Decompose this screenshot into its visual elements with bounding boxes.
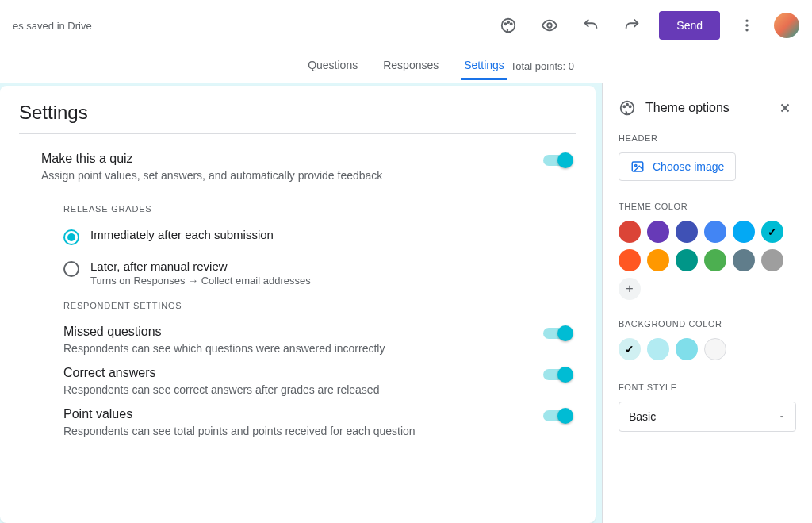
svg-point-6 bbox=[745, 24, 748, 26]
theme-color-swatch[interactable] bbox=[704, 249, 726, 271]
font-select[interactable]: Basic bbox=[619, 402, 796, 432]
svg-point-5 bbox=[745, 20, 748, 22]
bg-color-swatch[interactable] bbox=[647, 338, 669, 360]
redo-icon[interactable] bbox=[618, 11, 646, 40]
correct-sub: Respondents can see correct answers afte… bbox=[63, 383, 379, 396]
font-style-label: FONT STYLE bbox=[619, 383, 796, 392]
send-button[interactable]: Send bbox=[659, 11, 720, 40]
theme-color-swatch[interactable] bbox=[733, 249, 755, 271]
svg-point-4 bbox=[548, 23, 553, 28]
theme-color-swatch[interactable] bbox=[619, 249, 641, 271]
choose-image-label: Choose image bbox=[653, 160, 724, 173]
avatar[interactable] bbox=[774, 13, 799, 38]
quiz-toggle[interactable] bbox=[543, 155, 572, 166]
svg-point-9 bbox=[623, 106, 625, 107]
respondent-settings-label: RESPONDENT SETTINGS bbox=[63, 301, 576, 310]
tab-responses[interactable]: Responses bbox=[380, 52, 442, 80]
undo-icon[interactable] bbox=[576, 11, 605, 40]
svg-point-2 bbox=[508, 21, 509, 23]
release-grades-label: RELEASE GRADES bbox=[63, 204, 576, 213]
svg-point-3 bbox=[511, 23, 512, 25]
missed-title: Missed questions bbox=[63, 325, 385, 339]
bg-color-swatch[interactable] bbox=[619, 338, 641, 360]
svg-point-10 bbox=[626, 104, 628, 106]
svg-point-7 bbox=[745, 29, 748, 31]
points-title: Point values bbox=[63, 407, 416, 421]
theme-color-swatch[interactable] bbox=[733, 221, 755, 243]
missed-toggle[interactable] bbox=[543, 328, 572, 339]
missed-sub: Respondents can see which questions were… bbox=[63, 342, 385, 355]
correct-toggle[interactable] bbox=[543, 369, 572, 380]
correct-title: Correct answers bbox=[63, 366, 379, 380]
quiz-title: Make this a quiz bbox=[41, 152, 382, 166]
svg-point-13 bbox=[635, 164, 637, 166]
close-icon[interactable] bbox=[774, 97, 796, 119]
theme-panel: Theme options HEADER Choose image THEME … bbox=[602, 83, 812, 523]
page-title: Settings bbox=[19, 102, 576, 133]
theme-color-swatch[interactable] bbox=[704, 221, 726, 243]
theme-color-swatch[interactable] bbox=[676, 221, 698, 243]
add-color-button[interactable]: + bbox=[619, 278, 641, 300]
more-icon[interactable] bbox=[733, 11, 761, 40]
chevron-down-icon bbox=[778, 413, 786, 421]
theme-color-swatch[interactable] bbox=[676, 249, 698, 271]
svg-point-1 bbox=[505, 23, 507, 25]
theme-color-swatch[interactable] bbox=[761, 221, 783, 243]
svg-rect-12 bbox=[632, 162, 643, 171]
bg-color-label: BACKGROUND COLOR bbox=[619, 319, 796, 329]
bg-color-swatch[interactable] bbox=[704, 338, 726, 360]
theme-color-label: THEME COLOR bbox=[619, 202, 796, 211]
radio-immediate[interactable] bbox=[63, 229, 79, 245]
points-toggle[interactable] bbox=[543, 410, 572, 421]
svg-point-11 bbox=[630, 106, 631, 107]
palette-icon bbox=[619, 99, 636, 117]
points-sub: Respondents can see total points and poi… bbox=[63, 425, 416, 437]
radio-later-label: Later, after manual review bbox=[90, 260, 311, 273]
palette-icon[interactable] bbox=[494, 11, 523, 40]
quiz-subtitle: Assign point values, set answers, and au… bbox=[41, 169, 382, 182]
tab-settings[interactable]: Settings bbox=[461, 52, 508, 80]
bg-color-swatch[interactable] bbox=[676, 338, 698, 360]
theme-color-swatch[interactable] bbox=[619, 221, 641, 243]
choose-image-button[interactable]: Choose image bbox=[619, 152, 736, 181]
header-section-label: HEADER bbox=[619, 133, 796, 143]
panel-title: Theme options bbox=[645, 101, 730, 115]
radio-later-sub: Turns on Responses → Collect email addre… bbox=[90, 275, 311, 286]
theme-color-swatch[interactable] bbox=[647, 249, 669, 271]
save-status: es saved in Drive bbox=[13, 20, 92, 32]
radio-later[interactable] bbox=[63, 261, 79, 277]
total-points: Total points: 0 bbox=[511, 60, 574, 72]
font-value: Basic bbox=[629, 410, 656, 423]
theme-color-swatch[interactable] bbox=[647, 221, 669, 243]
radio-immediate-label: Immediately after each submission bbox=[90, 228, 274, 241]
preview-icon[interactable] bbox=[535, 11, 564, 40]
settings-card: Settings Make this a quiz Assign point v… bbox=[0, 86, 596, 523]
image-icon bbox=[630, 160, 645, 174]
theme-color-swatch[interactable] bbox=[761, 249, 783, 271]
tab-questions[interactable]: Questions bbox=[304, 52, 361, 80]
divider bbox=[19, 133, 576, 134]
